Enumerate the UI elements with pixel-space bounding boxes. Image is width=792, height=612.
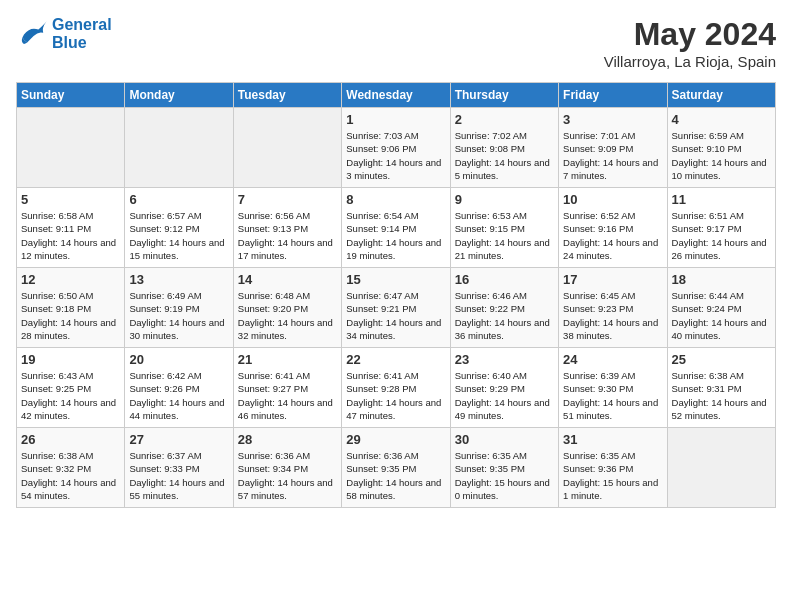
day-number: 13 <box>129 272 228 287</box>
day-number: 25 <box>672 352 771 367</box>
calendar-cell: 27Sunrise: 6:37 AM Sunset: 9:33 PM Dayli… <box>125 428 233 508</box>
weekday-header-friday: Friday <box>559 83 667 108</box>
day-info: Sunrise: 6:39 AM Sunset: 9:30 PM Dayligh… <box>563 369 662 422</box>
calendar-cell: 14Sunrise: 6:48 AM Sunset: 9:20 PM Dayli… <box>233 268 341 348</box>
day-info: Sunrise: 6:47 AM Sunset: 9:21 PM Dayligh… <box>346 289 445 342</box>
calendar-cell: 5Sunrise: 6:58 AM Sunset: 9:11 PM Daylig… <box>17 188 125 268</box>
calendar-cell: 4Sunrise: 6:59 AM Sunset: 9:10 PM Daylig… <box>667 108 775 188</box>
day-info: Sunrise: 6:59 AM Sunset: 9:10 PM Dayligh… <box>672 129 771 182</box>
weekday-header-monday: Monday <box>125 83 233 108</box>
calendar-cell <box>125 108 233 188</box>
day-number: 5 <box>21 192 120 207</box>
day-number: 9 <box>455 192 554 207</box>
day-info: Sunrise: 6:38 AM Sunset: 9:32 PM Dayligh… <box>21 449 120 502</box>
calendar-cell: 11Sunrise: 6:51 AM Sunset: 9:17 PM Dayli… <box>667 188 775 268</box>
calendar-cell: 23Sunrise: 6:40 AM Sunset: 9:29 PM Dayli… <box>450 348 558 428</box>
weekday-header-tuesday: Tuesday <box>233 83 341 108</box>
calendar-cell: 15Sunrise: 6:47 AM Sunset: 9:21 PM Dayli… <box>342 268 450 348</box>
day-info: Sunrise: 6:41 AM Sunset: 9:28 PM Dayligh… <box>346 369 445 422</box>
logo-blue: Blue <box>52 34 112 52</box>
calendar-cell: 26Sunrise: 6:38 AM Sunset: 9:32 PM Dayli… <box>17 428 125 508</box>
day-number: 14 <box>238 272 337 287</box>
logo-general: General <box>52 16 112 34</box>
calendar-cell: 28Sunrise: 6:36 AM Sunset: 9:34 PM Dayli… <box>233 428 341 508</box>
day-number: 17 <box>563 272 662 287</box>
day-info: Sunrise: 6:40 AM Sunset: 9:29 PM Dayligh… <box>455 369 554 422</box>
day-number: 15 <box>346 272 445 287</box>
day-info: Sunrise: 6:38 AM Sunset: 9:31 PM Dayligh… <box>672 369 771 422</box>
weekday-header-saturday: Saturday <box>667 83 775 108</box>
calendar-cell: 2Sunrise: 7:02 AM Sunset: 9:08 PM Daylig… <box>450 108 558 188</box>
day-info: Sunrise: 6:51 AM Sunset: 9:17 PM Dayligh… <box>672 209 771 262</box>
day-number: 2 <box>455 112 554 127</box>
calendar-cell: 10Sunrise: 6:52 AM Sunset: 9:16 PM Dayli… <box>559 188 667 268</box>
day-info: Sunrise: 6:57 AM Sunset: 9:12 PM Dayligh… <box>129 209 228 262</box>
logo-bird-icon <box>16 20 48 48</box>
day-number: 10 <box>563 192 662 207</box>
day-info: Sunrise: 6:45 AM Sunset: 9:23 PM Dayligh… <box>563 289 662 342</box>
day-number: 24 <box>563 352 662 367</box>
day-number: 22 <box>346 352 445 367</box>
day-info: Sunrise: 6:42 AM Sunset: 9:26 PM Dayligh… <box>129 369 228 422</box>
calendar-cell: 9Sunrise: 6:53 AM Sunset: 9:15 PM Daylig… <box>450 188 558 268</box>
day-number: 12 <box>21 272 120 287</box>
day-info: Sunrise: 6:36 AM Sunset: 9:35 PM Dayligh… <box>346 449 445 502</box>
day-number: 21 <box>238 352 337 367</box>
day-info: Sunrise: 6:52 AM Sunset: 9:16 PM Dayligh… <box>563 209 662 262</box>
day-number: 11 <box>672 192 771 207</box>
day-number: 26 <box>21 432 120 447</box>
day-info: Sunrise: 6:53 AM Sunset: 9:15 PM Dayligh… <box>455 209 554 262</box>
calendar-cell: 19Sunrise: 6:43 AM Sunset: 9:25 PM Dayli… <box>17 348 125 428</box>
day-info: Sunrise: 6:46 AM Sunset: 9:22 PM Dayligh… <box>455 289 554 342</box>
day-info: Sunrise: 6:58 AM Sunset: 9:11 PM Dayligh… <box>21 209 120 262</box>
calendar-cell: 25Sunrise: 6:38 AM Sunset: 9:31 PM Dayli… <box>667 348 775 428</box>
day-info: Sunrise: 6:41 AM Sunset: 9:27 PM Dayligh… <box>238 369 337 422</box>
calendar-cell <box>233 108 341 188</box>
calendar-cell: 17Sunrise: 6:45 AM Sunset: 9:23 PM Dayli… <box>559 268 667 348</box>
day-number: 7 <box>238 192 337 207</box>
weekday-header-sunday: Sunday <box>17 83 125 108</box>
day-info: Sunrise: 6:49 AM Sunset: 9:19 PM Dayligh… <box>129 289 228 342</box>
day-info: Sunrise: 6:48 AM Sunset: 9:20 PM Dayligh… <box>238 289 337 342</box>
weekday-header-wednesday: Wednesday <box>342 83 450 108</box>
day-number: 30 <box>455 432 554 447</box>
day-info: Sunrise: 6:35 AM Sunset: 9:36 PM Dayligh… <box>563 449 662 502</box>
day-number: 20 <box>129 352 228 367</box>
day-info: Sunrise: 6:43 AM Sunset: 9:25 PM Dayligh… <box>21 369 120 422</box>
day-info: Sunrise: 6:54 AM Sunset: 9:14 PM Dayligh… <box>346 209 445 262</box>
day-number: 6 <box>129 192 228 207</box>
calendar-cell: 3Sunrise: 7:01 AM Sunset: 9:09 PM Daylig… <box>559 108 667 188</box>
calendar-cell: 22Sunrise: 6:41 AM Sunset: 9:28 PM Dayli… <box>342 348 450 428</box>
calendar-cell: 30Sunrise: 6:35 AM Sunset: 9:35 PM Dayli… <box>450 428 558 508</box>
day-info: Sunrise: 6:36 AM Sunset: 9:34 PM Dayligh… <box>238 449 337 502</box>
calendar-cell: 24Sunrise: 6:39 AM Sunset: 9:30 PM Dayli… <box>559 348 667 428</box>
day-number: 27 <box>129 432 228 447</box>
calendar-cell: 21Sunrise: 6:41 AM Sunset: 9:27 PM Dayli… <box>233 348 341 428</box>
day-number: 16 <box>455 272 554 287</box>
calendar-cell <box>17 108 125 188</box>
day-number: 23 <box>455 352 554 367</box>
day-info: Sunrise: 6:50 AM Sunset: 9:18 PM Dayligh… <box>21 289 120 342</box>
day-info: Sunrise: 6:35 AM Sunset: 9:35 PM Dayligh… <box>455 449 554 502</box>
day-number: 1 <box>346 112 445 127</box>
calendar-cell: 6Sunrise: 6:57 AM Sunset: 9:12 PM Daylig… <box>125 188 233 268</box>
calendar-table: SundayMondayTuesdayWednesdayThursdayFrid… <box>16 82 776 508</box>
weekday-header-thursday: Thursday <box>450 83 558 108</box>
day-number: 31 <box>563 432 662 447</box>
day-number: 8 <box>346 192 445 207</box>
calendar-cell: 13Sunrise: 6:49 AM Sunset: 9:19 PM Dayli… <box>125 268 233 348</box>
day-info: Sunrise: 7:03 AM Sunset: 9:06 PM Dayligh… <box>346 129 445 182</box>
calendar-cell: 8Sunrise: 6:54 AM Sunset: 9:14 PM Daylig… <box>342 188 450 268</box>
page-header: General Blue May 2024 Villarroya, La Rio… <box>16 16 776 70</box>
day-number: 19 <box>21 352 120 367</box>
calendar-cell: 31Sunrise: 6:35 AM Sunset: 9:36 PM Dayli… <box>559 428 667 508</box>
calendar-cell: 29Sunrise: 6:36 AM Sunset: 9:35 PM Dayli… <box>342 428 450 508</box>
calendar-cell: 7Sunrise: 6:56 AM Sunset: 9:13 PM Daylig… <box>233 188 341 268</box>
day-info: Sunrise: 6:56 AM Sunset: 9:13 PM Dayligh… <box>238 209 337 262</box>
location-title: Villarroya, La Rioja, Spain <box>604 53 776 70</box>
day-number: 4 <box>672 112 771 127</box>
day-number: 3 <box>563 112 662 127</box>
day-info: Sunrise: 7:01 AM Sunset: 9:09 PM Dayligh… <box>563 129 662 182</box>
month-title: May 2024 <box>604 16 776 53</box>
calendar-cell: 16Sunrise: 6:46 AM Sunset: 9:22 PM Dayli… <box>450 268 558 348</box>
